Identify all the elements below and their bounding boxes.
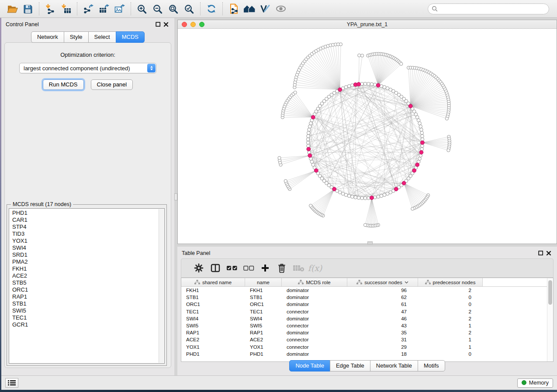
mcds-result-item[interactable]: SWI4: [12, 244, 164, 251]
mcds-hub-node[interactable]: [338, 88, 342, 92]
export-network-button[interactable]: [80, 1, 96, 16]
mcds-result-item[interactable]: SWI5: [12, 307, 164, 314]
columns-button[interactable]: [207, 260, 224, 276]
network-node[interactable]: [309, 122, 313, 125]
save-session-button[interactable]: [20, 1, 36, 16]
table-row[interactable]: ORC1ORC1dominator610: [181, 301, 553, 308]
leaf-node[interactable]: [339, 43, 342, 46]
network-node[interactable]: [420, 128, 423, 131]
mcds-result-item[interactable]: FKH1: [12, 265, 164, 272]
mcds-hub-node[interactable]: [311, 115, 315, 119]
column-header-MCDS-role[interactable]: MCDS role: [282, 278, 347, 286]
export-image-button[interactable]: [112, 1, 128, 16]
network-node[interactable]: [420, 131, 424, 135]
table-row[interactable]: PHD1PHD1dominator180: [181, 351, 553, 358]
zoom-fit-button[interactable]: [166, 1, 181, 16]
tab-edge-table[interactable]: Edge Table: [330, 360, 370, 371]
tab-network[interactable]: Network: [31, 31, 64, 43]
leaf-node[interactable]: [400, 62, 403, 65]
table-row[interactable]: SWI4SWI4dominator462: [181, 315, 553, 322]
network-table-splitter-handle[interactable]: [367, 241, 373, 244]
mcds-hub-node[interactable]: [408, 104, 412, 108]
network-node[interactable]: [308, 128, 311, 131]
mcds-hub-node[interactable]: [308, 154, 312, 158]
panel-splitter-handle[interactable]: [174, 193, 177, 200]
zoom-selected-button[interactable]: [181, 1, 197, 16]
leaf-node[interactable]: [447, 149, 450, 152]
network-node[interactable]: [418, 122, 422, 125]
zoom-in-button[interactable]: [134, 1, 150, 16]
tab-style[interactable]: Style: [64, 31, 89, 43]
mcds-hub-node[interactable]: [307, 147, 311, 151]
leaf-node[interactable]: [358, 54, 361, 57]
mcds-result-item[interactable]: CAR1: [12, 217, 164, 224]
network-node[interactable]: [419, 125, 422, 128]
table-row[interactable]: ACE2ACE2connector311: [181, 336, 553, 343]
leaf-node[interactable]: [445, 117, 448, 120]
mcds-hub-node[interactable]: [314, 168, 318, 172]
mcds-result-item[interactable]: TID3: [12, 230, 164, 237]
network-node[interactable]: [417, 119, 420, 122]
leaf-node[interactable]: [294, 91, 297, 94]
close-panel-button[interactable]: [162, 21, 170, 28]
memory-button[interactable]: Memory: [517, 378, 553, 388]
mcds-result-item[interactable]: SRD1: [12, 251, 164, 258]
mcds-result-item[interactable]: ACE2: [12, 272, 164, 279]
float-table-panel-button[interactable]: [537, 250, 545, 257]
column-header-name[interactable]: name: [245, 278, 282, 286]
column-header-successor-nodes[interactable]: successor nodes: [347, 278, 418, 286]
network-node[interactable]: [360, 196, 364, 200]
table-row[interactable]: FKH1FKH1dominator962: [181, 287, 553, 294]
settings-button[interactable]: [190, 260, 207, 276]
table-row[interactable]: SWI5SWI5connector431: [181, 322, 553, 329]
network-node[interactable]: [306, 138, 310, 141]
criterion-dropdown[interactable]: largest connected component (undirected): [19, 63, 156, 73]
close-table-panel-button[interactable]: [545, 250, 553, 257]
mcds-hub-node[interactable]: [376, 83, 380, 87]
search-input[interactable]: [440, 6, 545, 12]
mcds-hub-node[interactable]: [394, 187, 398, 191]
document-share-button[interactable]: [226, 1, 242, 16]
mcds-result-item[interactable]: GCR1: [12, 321, 164, 328]
network-canvas[interactable]: [178, 29, 556, 244]
mcds-hub-node[interactable]: [370, 196, 374, 200]
network-node[interactable]: [418, 157, 422, 161]
mcds-hub-node[interactable]: [415, 163, 419, 167]
tab-node-table[interactable]: Node Table: [289, 360, 330, 371]
tab-motifs[interactable]: Motifs: [418, 360, 445, 371]
network-node[interactable]: [421, 134, 424, 138]
mcds-list-scrollbar[interactable]: [159, 209, 164, 363]
search-box[interactable]: [428, 3, 549, 14]
mcds-result-list[interactable]: PHD1CAR1STP4TID3YOX1SWI4SRD1PMA2FKH1ACE2…: [9, 208, 165, 364]
import-table-button[interactable]: [58, 1, 74, 16]
table-row[interactable]: RAP1RAP1dominator352: [181, 329, 553, 336]
deselect-all-button[interactable]: [240, 260, 257, 276]
network-node[interactable]: [307, 134, 310, 138]
network-node[interactable]: [347, 85, 351, 88]
network-node[interactable]: [370, 83, 374, 86]
close-panel-button-mcds[interactable]: Close panel: [91, 79, 133, 90]
network-node[interactable]: [347, 194, 351, 198]
network-node[interactable]: [383, 86, 386, 89]
import-network-button[interactable]: [42, 1, 58, 16]
network-node[interactable]: [310, 160, 314, 164]
leaf-node[interactable]: [361, 54, 364, 57]
mcds-result-item[interactable]: TEC1: [12, 314, 164, 321]
style-pen-button[interactable]: [257, 1, 273, 16]
task-history-button[interactable]: [5, 378, 18, 388]
eye-button[interactable]: [273, 1, 289, 16]
column-header-predecessor-nodes[interactable]: predecessor nodes: [418, 278, 483, 286]
mcds-hub-node[interactable]: [402, 181, 406, 185]
export-table-button[interactable]: [96, 1, 112, 16]
table-row[interactable]: YOX1YOX1connector291: [181, 344, 553, 351]
mcds-result-item[interactable]: PMA2: [12, 258, 164, 265]
houses-button[interactable]: [242, 1, 257, 16]
network-canvas-container[interactable]: [178, 29, 557, 244]
mcds-hub-node[interactable]: [421, 141, 425, 144]
network-node[interactable]: [420, 148, 424, 151]
mcds-result-item[interactable]: STB5: [12, 279, 164, 286]
network-node[interactable]: [367, 82, 370, 86]
network-node[interactable]: [307, 131, 311, 135]
network-node[interactable]: [344, 86, 348, 89]
mcds-hub-node[interactable]: [412, 168, 416, 172]
